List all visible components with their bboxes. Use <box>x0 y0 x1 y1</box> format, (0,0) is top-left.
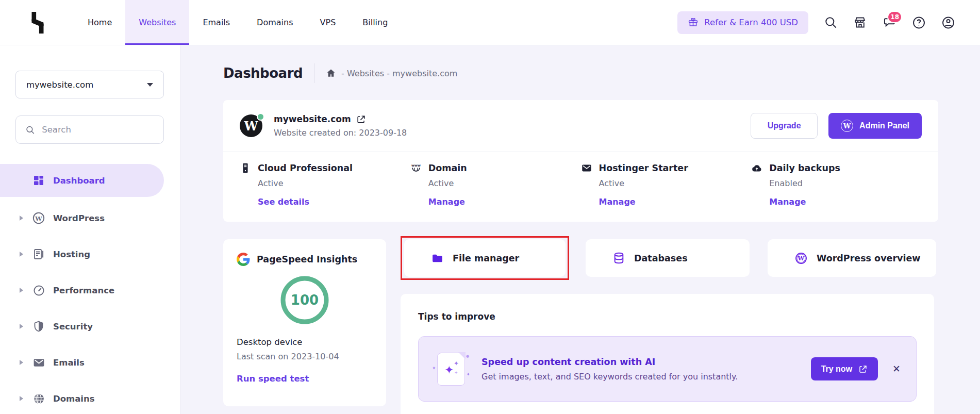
nav-item-domains[interactable]: Domains <box>243 0 306 45</box>
score-ring: 100 <box>280 275 329 325</box>
sidebar-item-wordpress[interactable]: W WordPress <box>0 200 180 236</box>
shortcut-label: File manager <box>453 253 519 263</box>
ai-document-icon: ✦ ✦ ✦ ✦ ✦ ● <box>434 351 468 387</box>
site-selector-dropdown[interactable]: mywebsite.com <box>15 71 164 98</box>
sidebar-item-label: Domains <box>53 394 95 404</box>
service-status: Enabled <box>769 178 922 188</box>
shield-icon <box>32 320 45 333</box>
sidebar-item-domains[interactable]: Domains <box>0 380 180 414</box>
chevron-right-icon <box>20 324 23 329</box>
run-speed-test-link[interactable]: Run speed test <box>237 374 373 384</box>
topbar-actions: Refer & Earn 400 USD 18 <box>677 11 955 34</box>
svg-text:www: www <box>411 163 421 168</box>
account-icon[interactable] <box>941 15 955 29</box>
file-manager-card[interactable]: File manager <box>404 239 566 277</box>
help-icon[interactable] <box>912 15 926 29</box>
top-navigation-bar: Home Websites Emails Domains VPS Billing… <box>0 0 980 45</box>
refer-earn-button[interactable]: Refer & Earn 400 USD <box>677 11 808 34</box>
device-label: Desktop device <box>237 337 373 347</box>
close-icon[interactable]: ✕ <box>892 364 901 374</box>
sidebar-item-dashboard[interactable]: Dashboard <box>0 164 164 197</box>
header-divider <box>314 63 314 83</box>
manage-backups-link[interactable]: Manage <box>769 197 922 207</box>
wordpress-overview-card[interactable]: W WordPress overview <box>768 239 936 277</box>
tips-title: Tips to improve <box>418 311 917 322</box>
shortcut-label: WordPress overview <box>817 253 920 263</box>
sidebar-item-label: Dashboard <box>53 176 105 186</box>
service-plan: Cloud Professional Active See details <box>240 162 410 207</box>
home-icon[interactable] <box>326 68 336 78</box>
envelope-icon <box>581 162 592 174</box>
pagespeed-card: PageSpeed Insights 100 Desktop device La… <box>223 239 386 406</box>
chevron-down-icon <box>147 83 153 87</box>
gift-icon <box>688 17 699 28</box>
admin-panel-label: Admin Panel <box>859 121 909 130</box>
see-details-link[interactable]: See details <box>258 197 410 207</box>
server-tower-icon <box>240 162 251 174</box>
chevron-right-icon <box>20 360 23 365</box>
sidebar-item-label: Performance <box>53 286 114 295</box>
breadcrumb: - Websites - mywebsite.com <box>326 68 457 78</box>
service-title: Cloud Professional <box>258 163 353 173</box>
external-link-icon[interactable] <box>356 114 366 124</box>
nav-item-websites[interactable]: Websites <box>125 0 189 45</box>
hostinger-logo-icon[interactable] <box>26 11 49 35</box>
website-card-header: W mywebsite.com Website created on: 2023… <box>223 100 938 152</box>
nav-item-vps[interactable]: VPS <box>307 0 350 45</box>
sidebar-item-emails[interactable]: Emails <box>0 344 180 380</box>
envelope-icon <box>32 356 45 369</box>
pagespeed-title: PageSpeed Insights <box>257 254 357 264</box>
tips-card: Tips to improve ✦ ✦ ✦ ✦ ✦ ● S <box>401 294 934 414</box>
server-icon <box>32 247 45 261</box>
website-card: W mywebsite.com Website created on: 2023… <box>223 100 938 222</box>
notification-badge: 18 <box>887 11 902 23</box>
databases-card[interactable]: Databases <box>586 239 750 277</box>
site-selector-value: mywebsite.com <box>26 80 93 90</box>
site-domain: mywebsite.com <box>274 114 351 124</box>
upgrade-button[interactable]: Upgrade <box>751 113 818 139</box>
admin-panel-button[interactable]: W Admin Panel <box>828 113 922 139</box>
sidebar-item-hosting[interactable]: Hosting <box>0 236 180 272</box>
sidebar-item-label: Emails <box>53 358 85 368</box>
banner-subtitle: Get images, text, and SEO keywords creat… <box>481 372 738 382</box>
chevron-right-icon <box>20 216 23 221</box>
store-icon[interactable] <box>853 15 867 29</box>
sidebar-item-security[interactable]: Security <box>0 308 180 344</box>
service-status: Active <box>599 178 752 188</box>
gauge-icon <box>32 284 45 297</box>
sidebar-item-performance[interactable]: Performance <box>0 272 180 308</box>
wordpress-avatar: W <box>240 114 262 137</box>
manage-email-link[interactable]: Manage <box>599 197 752 207</box>
service-status: Active <box>258 178 410 188</box>
sidebar-item-label: Security <box>53 322 93 332</box>
shortcut-label: Databases <box>634 253 688 263</box>
notifications-icon[interactable]: 18 <box>883 15 896 29</box>
external-link-icon <box>858 365 868 374</box>
try-now-button[interactable]: Try now <box>811 357 878 380</box>
last-scan-label: Last scan on 2023-10-04 <box>237 352 373 361</box>
ai-promo-banner: ✦ ✦ ✦ ✦ ✦ ● Speed up content creation wi… <box>418 336 917 402</box>
site-created-date: Website created on: 2023-09-18 <box>274 128 407 138</box>
banner-title: Speed up content creation with AI <box>481 357 738 367</box>
sidebar-search <box>15 115 164 144</box>
search-input[interactable] <box>42 125 154 135</box>
wordpress-logo-icon: W <box>841 120 853 132</box>
sidebar-item-label: WordPress <box>53 213 105 223</box>
primary-nav: Home Websites Emails Domains VPS Billing <box>74 0 401 45</box>
page-title: Dashboard <box>223 65 303 81</box>
cloud-upload-icon <box>751 162 762 174</box>
service-title: Domain <box>428 163 467 173</box>
google-icon <box>237 253 250 266</box>
hpanel-dashboard-page: Home Websites Emails Domains VPS Billing… <box>0 0 980 414</box>
online-status-dot <box>257 113 264 121</box>
search-icon[interactable] <box>824 15 838 29</box>
service-email-plan: Hostinger Starter Active Manage <box>581 162 752 207</box>
nav-item-emails[interactable]: Emails <box>189 0 243 45</box>
manage-domain-link[interactable]: Manage <box>428 197 581 207</box>
try-now-label: Try now <box>821 365 852 374</box>
breadcrumb-text: - Websites - mywebsite.com <box>341 69 457 78</box>
service-domain: www Domain Active Manage <box>410 162 581 207</box>
service-title: Hostinger Starter <box>599 163 688 173</box>
nav-item-billing[interactable]: Billing <box>349 0 401 45</box>
nav-item-home[interactable]: Home <box>74 0 125 45</box>
